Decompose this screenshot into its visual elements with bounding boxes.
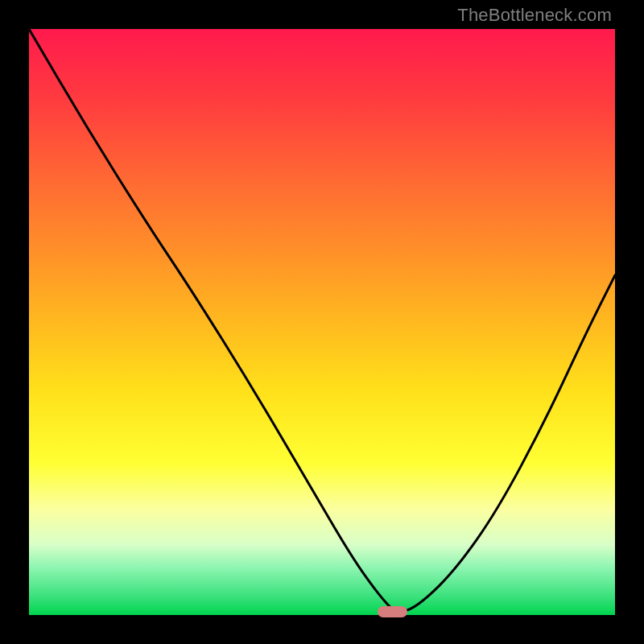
plot-area	[29, 29, 615, 615]
watermark: TheBottleneck.com	[457, 5, 612, 26]
bottom-marker	[378, 606, 407, 617]
chart-frame: TheBottleneck.com	[0, 0, 644, 644]
bottleneck-curve	[29, 29, 615, 615]
